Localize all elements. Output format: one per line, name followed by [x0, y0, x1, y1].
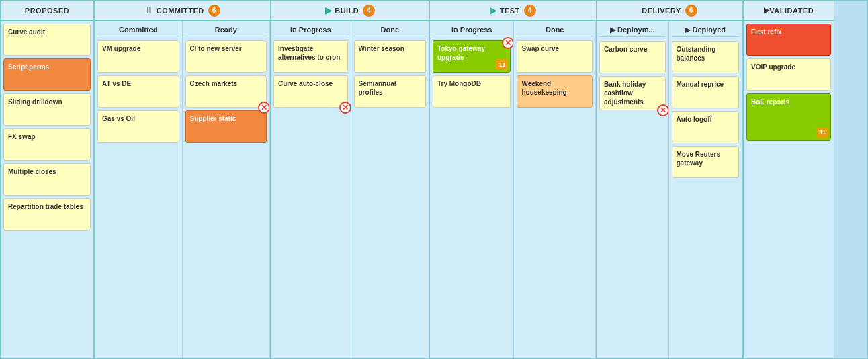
- arrow-icon: ▶: [685, 26, 690, 34]
- calendar-badge: 31: [816, 127, 828, 138]
- delete-button[interactable]: ✕: [258, 102, 270, 114]
- card-title: Curve auto-close: [278, 79, 343, 88]
- card-title: First refix: [751, 28, 826, 36]
- committed-badge: 6: [208, 5, 220, 17]
- card-outstanding-balances[interactable]: Outstanding balances: [672, 41, 740, 73]
- proposed-header: PROPOSED: [1, 1, 93, 21]
- committed-group-header: ⏸ COMMITTED 6: [95, 1, 270, 21]
- deployment-header: ▶ Deploym...: [599, 24, 666, 37]
- card-czech-markets[interactable]: Czech markets ✕: [185, 75, 267, 108]
- kanban-board: PROPOSED Curve audit Script perms Slidin…: [0, 0, 868, 359]
- test-label: TEST: [500, 7, 520, 15]
- committed-lane: Committed VM upgrade AT vs DE Gas vs Oil: [95, 21, 183, 358]
- card-repartition[interactable]: Repartition trade tables: [3, 198, 91, 231]
- card-title: Try MongoDB: [437, 79, 506, 88]
- card-curve-audit[interactable]: Curve audit: [3, 24, 91, 56]
- card-sliding-drilldown[interactable]: Sliding drilldown: [3, 93, 91, 126]
- card-fx-swap[interactable]: FX swap: [3, 128, 91, 161]
- validated-body: First refix VOIP upgrade BoE reports 31: [744, 21, 834, 143]
- card-supplier-static[interactable]: Supplier static: [185, 110, 267, 143]
- proposed-column: PROPOSED Curve audit Script perms Slidin…: [1, 1, 95, 358]
- deployed-lane: ▶ Deployed Outstanding balances Manual r…: [669, 21, 743, 358]
- committed-label: COMMITTED: [157, 7, 204, 15]
- arrow-icon: ▶: [764, 6, 770, 15]
- card-title: FX swap: [8, 132, 86, 141]
- card-title: Supplier static: [190, 114, 263, 123]
- build-done-header: Done: [354, 24, 427, 36]
- pause-icon: ⏸: [144, 5, 154, 15]
- card-semiannual[interactable]: Semiannual profiles: [354, 75, 427, 108]
- card-title: Curve audit: [8, 28, 86, 36]
- card-title: VM upgrade: [102, 44, 175, 53]
- delete-button[interactable]: ✕: [502, 37, 514, 49]
- card-multiple-closes[interactable]: Multiple closes: [3, 163, 91, 196]
- card-gas-vs-oil[interactable]: Gas vs Oil: [97, 110, 179, 143]
- card-title: Sliding drilldown: [8, 97, 86, 106]
- test-done-header: Done: [517, 24, 593, 36]
- ready-lane: Ready CI to new server Czech markets ✕ S…: [183, 21, 271, 358]
- committed-group-body: Committed VM upgrade AT vs DE Gas vs Oil…: [95, 21, 270, 358]
- build-inprogress-lane: In Progress Investigate alternatives to …: [271, 21, 351, 358]
- card-tokyo-gateway[interactable]: Tokyo gateway upgrade 11 ✕: [433, 40, 511, 73]
- card-carbon-curve[interactable]: Carbon curve: [599, 41, 666, 73]
- build-group-body: In Progress Investigate alternatives to …: [271, 21, 429, 358]
- card-title: Manual reprice: [677, 80, 735, 89]
- delivery-label: DELIVERY: [642, 7, 681, 15]
- card-first-refix[interactable]: First refix: [746, 24, 831, 56]
- test-badge: 4: [524, 5, 536, 17]
- card-script-perms[interactable]: Script perms: [3, 58, 91, 91]
- card-title: Auto logoff: [677, 115, 735, 124]
- card-weekend-housekeeping[interactable]: Weekend housekeeping: [517, 75, 593, 108]
- card-title: Czech markets: [190, 79, 263, 88]
- card-curve-auto-close[interactable]: Curve auto-close ✕: [273, 75, 348, 108]
- card-auto-logoff[interactable]: Auto logoff: [672, 111, 740, 143]
- committed-group: ⏸ COMMITTED 6 Committed VM upgrade AT vs…: [95, 1, 271, 358]
- delete-button[interactable]: ✕: [657, 104, 669, 116]
- card-title: Outstanding balances: [677, 45, 735, 63]
- card-move-reuters[interactable]: Move Reuters gateway: [672, 146, 740, 178]
- validated-header: ▶ VALIDATED: [744, 1, 834, 21]
- card-title: Winter season: [359, 44, 422, 53]
- build-done-lane: Done Winter season Semiannual profiles: [351, 21, 430, 358]
- card-winter-season[interactable]: Winter season: [354, 40, 427, 73]
- card-title: Semiannual profiles: [359, 79, 422, 97]
- build-group: ▶ BUILD 4 In Progress Investigate altern…: [271, 1, 430, 358]
- card-title: Swap curve: [521, 44, 588, 53]
- test-inprogress-header: In Progress: [433, 24, 511, 36]
- test-group: ▶ TEST 4 In Progress Tokyo gateway upgra…: [430, 1, 597, 358]
- card-title: AT vs DE: [102, 79, 175, 88]
- card-vm-upgrade[interactable]: VM upgrade: [97, 40, 179, 73]
- card-title: Bank holiday cashflow adjustments: [604, 80, 661, 106]
- card-voip-upgrade[interactable]: VOIP upgrade: [746, 58, 831, 91]
- card-title: Multiple closes: [8, 167, 86, 176]
- card-boe-reports[interactable]: BoE reports 31: [746, 93, 831, 141]
- card-try-mongodb[interactable]: Try MongoDB: [433, 75, 511, 108]
- card-title: Gas vs Oil: [102, 114, 175, 123]
- deployed-header: ▶ Deployed: [672, 24, 740, 37]
- card-title: Carbon curve: [604, 45, 661, 54]
- calendar-badge: 11: [496, 59, 508, 70]
- proposed-body: Curve audit Script perms Sliding drilldo…: [1, 21, 93, 233]
- arrow-icon: ▶: [610, 26, 615, 34]
- build-badge: 4: [363, 5, 375, 17]
- card-investigate[interactable]: Investigate alternatives to cron: [273, 40, 348, 73]
- card-ci-to-new-server[interactable]: CI to new server: [185, 40, 267, 73]
- card-bank-holiday[interactable]: Bank holiday cashflow adjustments ✕: [599, 76, 666, 110]
- test-done-lane: Done Swap curve Weekend housekeeping: [514, 21, 596, 358]
- card-title: BoE reports: [751, 97, 826, 106]
- card-swap-curve[interactable]: Swap curve: [517, 40, 593, 73]
- delete-button[interactable]: ✕: [339, 102, 351, 114]
- card-manual-reprice[interactable]: Manual reprice: [672, 76, 740, 108]
- delivery-group-header: DELIVERY 6: [597, 1, 742, 21]
- card-title: Repartition trade tables: [8, 202, 86, 211]
- delivery-group: DELIVERY 6 ▶ Deploym... Carbon curve Ban…: [597, 1, 743, 358]
- card-title: Weekend housekeeping: [521, 79, 588, 97]
- validated-column: ▶ VALIDATED First refix VOIP upgrade BoE…: [743, 1, 834, 358]
- deployment-lane: ▶ Deploym... Carbon curve Bank holiday c…: [597, 21, 669, 358]
- build-group-header: ▶ BUILD 4: [271, 1, 429, 21]
- card-title: VOIP upgrade: [751, 63, 826, 71]
- arrow-icon: ▶: [325, 5, 333, 15]
- ready-lane-header: Ready: [185, 24, 267, 36]
- test-group-header: ▶ TEST 4: [430, 1, 596, 21]
- card-at-vs-de[interactable]: AT vs DE: [97, 75, 179, 108]
